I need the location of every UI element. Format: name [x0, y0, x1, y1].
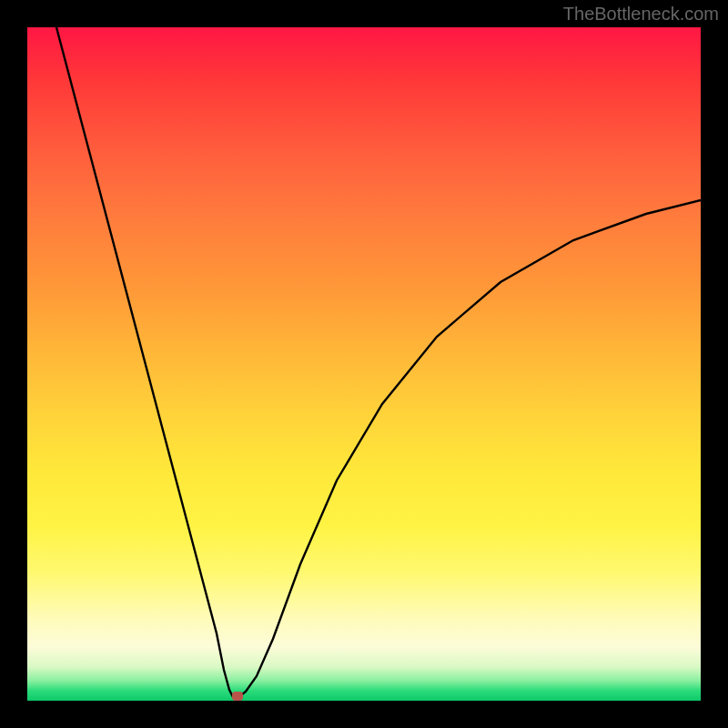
plot-area	[27, 27, 701, 701]
minimum-marker	[232, 692, 243, 701]
watermark-text: TheBottleneck.com	[563, 4, 719, 25]
bottleneck-curve-path	[56, 27, 701, 698]
curve-svg	[27, 27, 701, 701]
